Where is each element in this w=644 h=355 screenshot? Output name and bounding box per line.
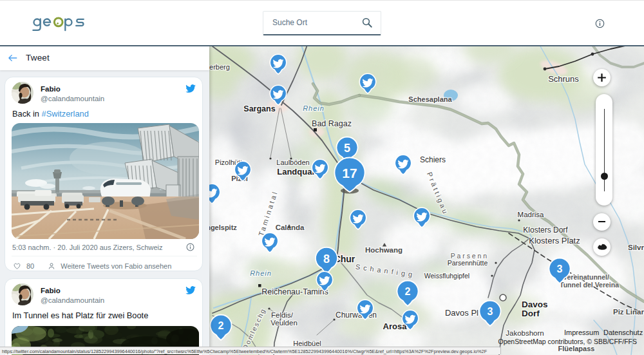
svg-text:Klosters Dorf: Klosters Dorf [523,225,568,235]
svg-text:Schesaplana: Schesaplana [408,95,452,103]
svg-text:Reichenau-Tamins: Reichenau-Tamins [261,287,328,296]
svg-text:5: 5 [344,142,350,155]
svg-text:Davos: Davos [522,300,548,309]
svg-text:Rhein: Rhein [303,104,325,112]
svg-text:Sargans: Sargans [243,104,275,113]
svg-text:8: 8 [323,253,330,265]
svg-text:Schiers: Schiers [420,155,446,164]
svg-text:Datenschutz: Datenschutz [603,329,643,336]
svg-text:Madrisa: Madrisa [518,211,545,218]
svg-text:Parsennhütte: Parsennhütte [448,259,488,267]
svg-text:Klosters Platz: Klosters Platz [529,236,580,245]
svg-text:Hochwang: Hochwang [365,246,402,254]
svg-text:Silvretta: Silvretta [628,244,644,251]
svg-text:Laulböden: Laulböden [276,158,309,166]
svg-text:Flüelapass: Flüelapass [558,345,595,352]
svg-text:Rhein: Rhein [250,269,272,277]
svg-text:3: 3 [488,306,493,317]
svg-text:2: 2 [405,286,411,297]
svg-text:ngelspitz: ngelspitz [209,224,237,231]
svg-text:erberg: erberg [209,63,230,71]
svg-text:OpenStreetMap contributors, ©: OpenStreetMap contributors, © SBB/CFF/FF… [498,338,637,345]
svg-text:Tunnel del Vereina: Tunnel del Vereina [560,281,619,289]
svg-text:Bad Ragaz: Bad Ragaz [312,119,352,128]
svg-text:Impressum: Impressum [564,329,599,336]
svg-text:2: 2 [218,320,224,331]
svg-text:Davos Pl: Davos Pl [445,308,478,318]
svg-text:Feldis/: Feldis/ [271,311,294,319]
svg-text:Jakobshorn: Jakobshorn [506,329,544,337]
svg-text:17: 17 [342,166,357,180]
svg-text:Veulden: Veulden [270,319,298,327]
svg-text:Weissfluhgipfel: Weissfluhgipfel [424,272,469,280]
svg-text:Dorf: Dorf [522,309,540,318]
svg-text:Schruns: Schruns [548,74,579,84]
svg-text:Piz Linard: Piz Linard [613,308,644,316]
svg-text:3: 3 [557,264,563,274]
svg-text:Vereinatunnel/: Vereinatunnel/ [563,273,609,281]
